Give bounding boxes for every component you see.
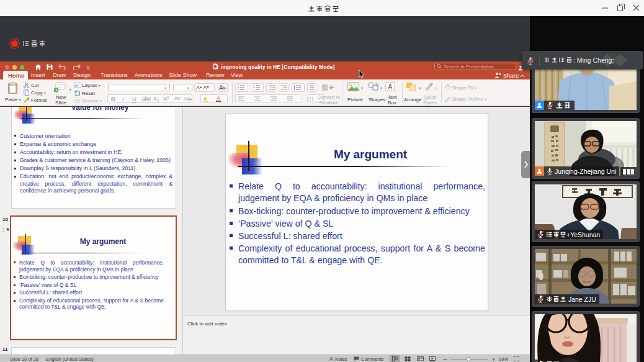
svg-text:A: A	[388, 83, 393, 90]
